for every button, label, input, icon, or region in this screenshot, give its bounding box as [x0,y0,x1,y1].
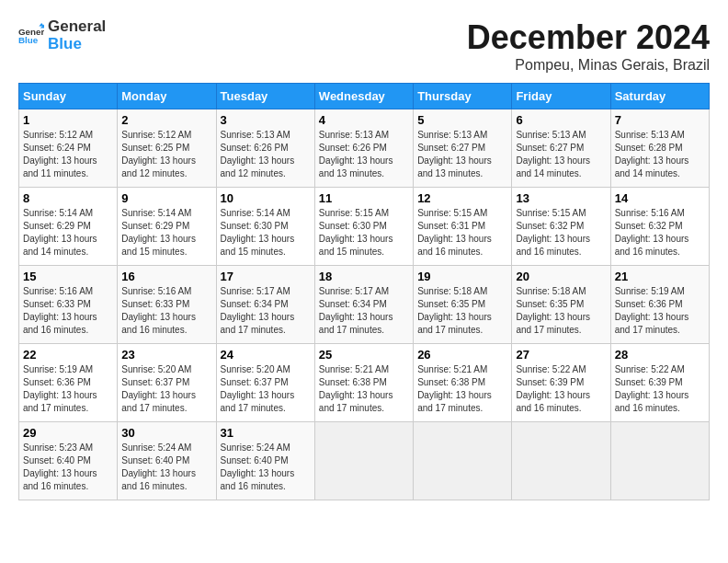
day-number: 18 [319,270,409,283]
calendar-cell: 7Sunrise: 5:13 AMSunset: 6:28 PMDaylight… [610,109,709,188]
day-info: Sunrise: 5:16 AMSunset: 6:33 PMDaylight:… [23,285,113,337]
calendar-week-3: 15Sunrise: 5:16 AMSunset: 6:33 PMDayligh… [19,266,710,344]
calendar-cell: 9Sunrise: 5:14 AMSunset: 6:29 PMDaylight… [118,188,216,266]
calendar-cell: 13Sunrise: 5:15 AMSunset: 6:32 PMDayligh… [512,188,610,266]
calendar-cell: 30Sunrise: 5:24 AMSunset: 6:40 PMDayligh… [118,422,216,500]
calendar-cell: 19Sunrise: 5:18 AMSunset: 6:35 PMDayligh… [414,266,512,344]
calendar-cell [314,422,413,500]
day-number: 30 [121,426,211,440]
calendar-cell: 5Sunrise: 5:13 AMSunset: 6:27 PMDaylight… [414,109,512,188]
logo: General Blue General Blue [18,18,106,52]
calendar-cell [414,422,512,500]
day-info: Sunrise: 5:19 AMSunset: 6:36 PMDaylight:… [23,363,113,415]
day-info: Sunrise: 5:12 AMSunset: 6:25 PMDaylight:… [121,129,211,180]
weekday-header-friday: Friday [512,84,610,109]
day-info: Sunrise: 5:13 AMSunset: 6:26 PMDaylight:… [221,129,311,180]
day-number: 22 [23,348,113,362]
calendar-cell: 20Sunrise: 5:18 AMSunset: 6:35 PMDayligh… [512,266,610,344]
day-info: Sunrise: 5:17 AMSunset: 6:34 PMDaylight:… [221,285,311,337]
day-number: 7 [615,113,705,127]
calendar-cell [610,422,709,500]
day-info: Sunrise: 5:14 AMSunset: 6:30 PMDaylight:… [221,207,311,259]
day-number: 10 [221,191,311,205]
calendar-cell: 1Sunrise: 5:12 AMSunset: 6:24 PMDaylight… [19,109,118,188]
day-number: 29 [23,426,113,440]
calendar-cell: 16Sunrise: 5:16 AMSunset: 6:33 PMDayligh… [118,266,216,344]
calendar-week-4: 22Sunrise: 5:19 AMSunset: 6:36 PMDayligh… [19,344,710,422]
calendar-table: SundayMondayTuesdayWednesdayThursdayFrid… [18,83,710,500]
page-header: General Blue General Blue December 2024 … [18,18,710,74]
day-number: 5 [417,113,507,127]
day-number: 8 [23,191,113,205]
weekday-header-wednesday: Wednesday [314,84,413,109]
day-info: Sunrise: 5:24 AMSunset: 6:40 PMDaylight:… [221,442,311,493]
day-info: Sunrise: 5:15 AMSunset: 6:32 PMDaylight:… [516,207,606,259]
calendar-cell: 23Sunrise: 5:20 AMSunset: 6:37 PMDayligh… [118,344,216,422]
day-info: Sunrise: 5:15 AMSunset: 6:31 PMDaylight:… [417,207,507,259]
day-number: 12 [417,191,507,205]
day-info: Sunrise: 5:20 AMSunset: 6:37 PMDaylight:… [221,363,311,415]
day-info: Sunrise: 5:22 AMSunset: 6:39 PMDaylight:… [615,363,705,415]
calendar-cell: 8Sunrise: 5:14 AMSunset: 6:29 PMDaylight… [19,188,118,266]
day-number: 4 [319,113,409,127]
day-info: Sunrise: 5:16 AMSunset: 6:32 PMDaylight:… [615,207,705,259]
day-info: Sunrise: 5:23 AMSunset: 6:40 PMDaylight:… [23,442,113,493]
calendar-header-row: SundayMondayTuesdayWednesdayThursdayFrid… [19,84,710,109]
calendar-cell: 21Sunrise: 5:19 AMSunset: 6:36 PMDayligh… [610,266,709,344]
day-info: Sunrise: 5:13 AMSunset: 6:27 PMDaylight:… [417,129,507,180]
calendar-cell: 29Sunrise: 5:23 AMSunset: 6:40 PMDayligh… [19,422,118,500]
calendar-cell: 3Sunrise: 5:13 AMSunset: 6:26 PMDaylight… [216,109,314,188]
day-number: 15 [23,270,113,283]
location-title: Pompeu, Minas Gerais, Brazil [467,57,710,74]
day-number: 13 [516,191,606,205]
calendar-cell: 18Sunrise: 5:17 AMSunset: 6:34 PMDayligh… [314,266,413,344]
calendar-week-1: 1Sunrise: 5:12 AMSunset: 6:24 PMDaylight… [19,109,710,188]
day-info: Sunrise: 5:22 AMSunset: 6:39 PMDaylight:… [516,363,606,415]
day-info: Sunrise: 5:18 AMSunset: 6:35 PMDaylight:… [516,285,606,337]
day-number: 27 [516,348,606,362]
day-number: 11 [319,191,409,205]
calendar-cell: 24Sunrise: 5:20 AMSunset: 6:37 PMDayligh… [216,344,314,422]
calendar-cell: 11Sunrise: 5:15 AMSunset: 6:30 PMDayligh… [314,188,413,266]
day-number: 31 [221,426,311,440]
calendar-cell: 22Sunrise: 5:19 AMSunset: 6:36 PMDayligh… [19,344,118,422]
day-number: 1 [23,113,113,127]
day-info: Sunrise: 5:20 AMSunset: 6:37 PMDaylight:… [121,363,211,415]
day-info: Sunrise: 5:19 AMSunset: 6:36 PMDaylight:… [615,285,705,337]
calendar-cell [512,422,610,500]
day-number: 14 [615,191,705,205]
day-info: Sunrise: 5:13 AMSunset: 6:28 PMDaylight:… [615,129,705,180]
day-number: 21 [615,270,705,283]
day-number: 17 [221,270,311,283]
calendar-cell: 27Sunrise: 5:22 AMSunset: 6:39 PMDayligh… [512,344,610,422]
day-number: 20 [516,270,606,283]
day-number: 24 [221,348,311,362]
weekday-header-thursday: Thursday [414,84,512,109]
calendar-cell: 31Sunrise: 5:24 AMSunset: 6:40 PMDayligh… [216,422,314,500]
day-info: Sunrise: 5:14 AMSunset: 6:29 PMDaylight:… [23,207,113,259]
calendar-week-5: 29Sunrise: 5:23 AMSunset: 6:40 PMDayligh… [19,422,710,500]
calendar-cell: 15Sunrise: 5:16 AMSunset: 6:33 PMDayligh… [19,266,118,344]
calendar-cell: 14Sunrise: 5:16 AMSunset: 6:32 PMDayligh… [610,188,709,266]
weekday-header-saturday: Saturday [610,84,709,109]
day-info: Sunrise: 5:14 AMSunset: 6:29 PMDaylight:… [121,207,211,259]
calendar-week-2: 8Sunrise: 5:14 AMSunset: 6:29 PMDaylight… [19,188,710,266]
logo-icon: General Blue [18,23,44,49]
calendar-cell: 17Sunrise: 5:17 AMSunset: 6:34 PMDayligh… [216,266,314,344]
logo-text-general: General [48,18,106,36]
day-number: 3 [221,113,311,127]
calendar-cell: 26Sunrise: 5:21 AMSunset: 6:38 PMDayligh… [414,344,512,422]
weekday-header-tuesday: Tuesday [216,84,314,109]
calendar-cell: 2Sunrise: 5:12 AMSunset: 6:25 PMDaylight… [118,109,216,188]
calendar-cell: 6Sunrise: 5:13 AMSunset: 6:27 PMDaylight… [512,109,610,188]
day-info: Sunrise: 5:16 AMSunset: 6:33 PMDaylight:… [121,285,211,337]
day-info: Sunrise: 5:12 AMSunset: 6:24 PMDaylight:… [23,129,113,180]
month-title: December 2024 [467,18,710,57]
calendar-body: 1Sunrise: 5:12 AMSunset: 6:24 PMDaylight… [19,109,710,500]
day-number: 6 [516,113,606,127]
calendar-cell: 28Sunrise: 5:22 AMSunset: 6:39 PMDayligh… [610,344,709,422]
calendar-cell: 10Sunrise: 5:14 AMSunset: 6:30 PMDayligh… [216,188,314,266]
day-number: 16 [121,270,211,283]
day-number: 9 [121,191,211,205]
day-info: Sunrise: 5:17 AMSunset: 6:34 PMDaylight:… [319,285,409,337]
